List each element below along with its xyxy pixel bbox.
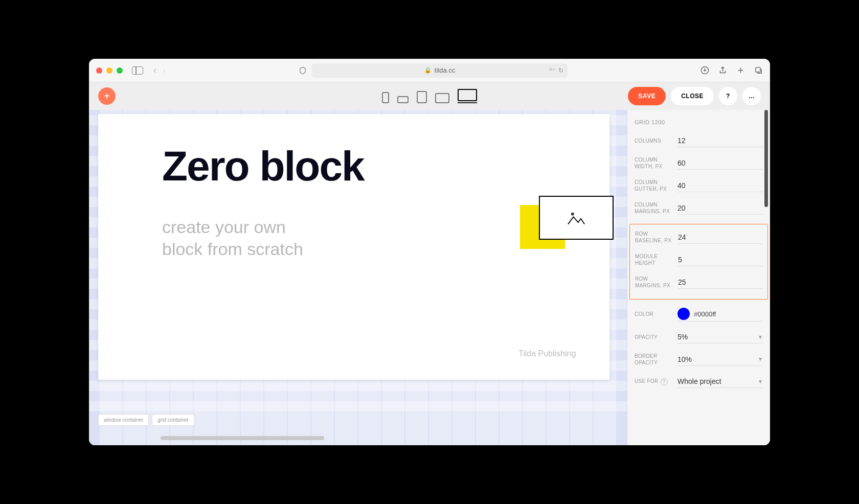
close-window-button[interactable] (96, 67, 102, 74)
column-margins-input[interactable]: 20 (677, 202, 763, 215)
browser-window: ‹ › 🔒 tilda.cc ᴳ⁺ ↻ + (89, 59, 770, 445)
column-margins-label: COLUMN MARGINS, PX (635, 201, 672, 215)
svg-rect-1 (756, 67, 760, 72)
window-container-tab[interactable]: window container (98, 414, 149, 426)
border-opacity-row: BORDER OPACITY 10% ▼ (635, 353, 763, 366)
column-width-row: COLUMN WIDTH, PX 60 (635, 156, 763, 170)
publisher-label[interactable]: Tilda Publishing (518, 349, 576, 358)
columns-row: COLUMNS 12 (635, 134, 763, 147)
vertical-scrollbar[interactable] (764, 110, 768, 207)
row-baseline-input[interactable]: 24 (678, 231, 762, 244)
device-desktop-icon[interactable] (458, 89, 477, 103)
workspace: Zero block create your own block from sc… (89, 110, 770, 445)
hero-subtitle[interactable]: create your own block from scratch (162, 216, 303, 260)
use-for-select[interactable]: Whole project ▼ (677, 375, 763, 388)
image-icon (567, 210, 585, 225)
device-phone-icon[interactable] (382, 92, 389, 103)
chevron-down-icon: ▼ (758, 334, 763, 340)
device-switcher (382, 89, 477, 103)
nav-arrows: ‹ › (153, 65, 166, 76)
add-block-button[interactable]: + (98, 87, 116, 105)
color-value-input[interactable]: #0000ff (694, 310, 716, 318)
properties-panel: GRID 1200 COLUMNS 12 COLUMN WIDTH, PX 60… (627, 110, 770, 445)
column-gutter-input[interactable]: 40 (677, 179, 763, 192)
privacy-shield-icon[interactable] (299, 66, 307, 75)
device-tablet-icon[interactable] (417, 91, 427, 103)
opacity-label: OPACITY (635, 334, 672, 340)
column-gutter-label: COLUMN GUTTER, PX (635, 179, 672, 192)
svg-rect-2 (382, 93, 389, 103)
window-controls (96, 67, 123, 74)
new-tab-icon[interactable] (736, 66, 745, 75)
lock-icon: 🔒 (424, 67, 432, 74)
row-baseline-label: ROW BASELINE, PX (635, 231, 673, 244)
sidebar-toggle-icon[interactable] (132, 66, 143, 75)
address-bar[interactable]: 🔒 tilda.cc ᴳ⁺ ↻ (312, 63, 568, 78)
image-placeholder[interactable] (539, 196, 614, 240)
chevron-down-icon: ▼ (758, 356, 763, 362)
container-labels: window container grid container (98, 414, 194, 426)
address-actions: ᴳ⁺ ↻ (549, 67, 563, 74)
columns-label: COLUMNS (635, 138, 672, 144)
app-toolbar: + SAVE CLOSE ? ... (89, 82, 770, 110)
row-margins-row: ROW MARGINS, PX 25 (635, 276, 762, 289)
color-row: COLOR #0000ff (635, 307, 763, 322)
forward-button[interactable]: › (163, 65, 166, 76)
opacity-select[interactable]: 5% ▼ (677, 331, 763, 343)
svg-rect-6 (458, 89, 477, 101)
row-margins-input[interactable]: 25 (678, 276, 762, 289)
use-for-label: USE FOR? (635, 378, 672, 385)
row-baseline-row: ROW BASELINE, PX 24 (635, 231, 762, 244)
reload-icon[interactable]: ↻ (558, 67, 563, 74)
module-height-label: MODULE HEIGHT (635, 253, 673, 266)
row-settings-highlight: ROW BASELINE, PX 24 MODULE HEIGHT 5 ROW … (629, 224, 768, 300)
save-button[interactable]: SAVE (628, 87, 666, 105)
more-button[interactable]: ... (742, 87, 761, 105)
help-icon[interactable]: ? (661, 378, 668, 385)
minimize-window-button[interactable] (106, 67, 112, 74)
downloads-icon[interactable] (700, 66, 709, 75)
border-opacity-label: BORDER OPACITY (635, 353, 672, 366)
tabs-icon[interactable] (754, 66, 763, 75)
chevron-down-icon: ▼ (758, 379, 763, 384)
canvas-area[interactable]: Zero block create your own block from sc… (89, 110, 627, 445)
row-margins-label: ROW MARGINS, PX (635, 276, 673, 289)
hero-title[interactable]: Zero block (162, 142, 364, 190)
share-icon[interactable] (718, 66, 727, 75)
url-text: tilda.cc (435, 66, 455, 74)
color-label: COLOR (635, 311, 672, 317)
maximize-window-button[interactable] (117, 67, 123, 74)
color-swatch[interactable] (677, 308, 690, 320)
grid-container-tab[interactable]: grid container (152, 414, 194, 426)
canvas-artboard[interactable]: Zero block create your own block from sc… (98, 114, 609, 380)
browser-chrome: ‹ › 🔒 tilda.cc ᴳ⁺ ↻ (89, 59, 770, 82)
module-height-row: MODULE HEIGHT 5 (635, 253, 762, 266)
use-for-row: USE FOR? Whole project ▼ (635, 375, 763, 388)
translate-icon[interactable]: ᴳ⁺ (549, 67, 555, 74)
back-button[interactable]: ‹ (153, 65, 156, 76)
column-margins-row: COLUMN MARGINS, PX 20 (635, 201, 763, 215)
browser-actions (700, 66, 763, 75)
horizontal-scrollbar[interactable] (161, 436, 324, 440)
column-width-input[interactable]: 60 (677, 157, 763, 170)
device-tablet-landscape-icon[interactable] (435, 93, 449, 103)
panel-header: GRID 1200 (635, 119, 763, 125)
help-button[interactable]: ? (719, 87, 737, 105)
column-gutter-row: COLUMN GUTTER, PX 40 (635, 179, 763, 192)
svg-rect-5 (436, 94, 449, 103)
address-wrap: 🔒 tilda.cc ᴳ⁺ ↻ (171, 63, 695, 78)
column-width-label: COLUMN WIDTH, PX (635, 156, 672, 170)
columns-input[interactable]: 12 (677, 134, 763, 147)
close-button[interactable]: CLOSE (671, 87, 714, 105)
device-phone-landscape-icon[interactable] (397, 96, 409, 103)
svg-rect-3 (398, 97, 408, 103)
toolbar-right: SAVE CLOSE ? ... (628, 87, 761, 105)
border-opacity-select[interactable]: 10% ▼ (677, 353, 763, 366)
svg-point-7 (572, 213, 574, 215)
module-height-input[interactable]: 5 (678, 254, 762, 266)
svg-rect-4 (417, 91, 426, 103)
opacity-row: OPACITY 5% ▼ (635, 331, 763, 343)
